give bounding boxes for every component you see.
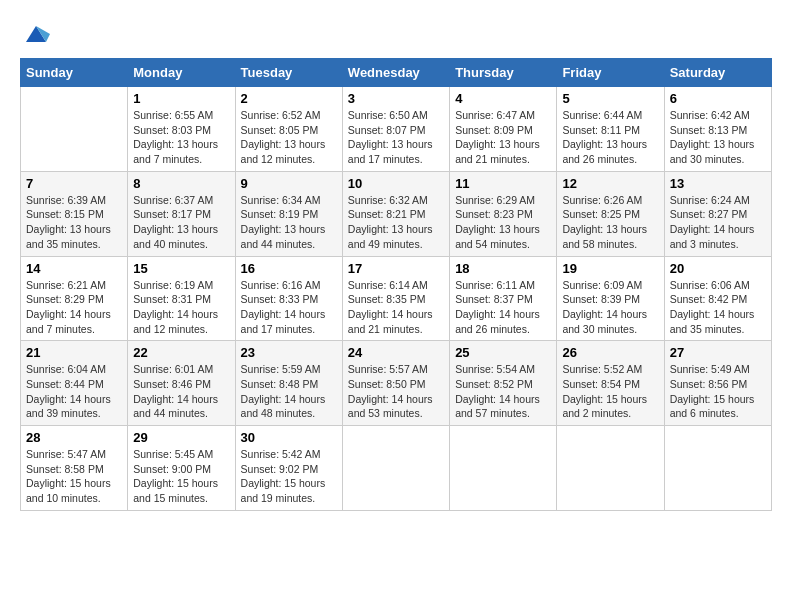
calendar-cell [21, 87, 128, 172]
day-info: Sunrise: 6:52 AM Sunset: 8:05 PM Dayligh… [241, 108, 337, 167]
day-info: Sunrise: 6:21 AM Sunset: 8:29 PM Dayligh… [26, 278, 122, 337]
day-info: Sunrise: 6:55 AM Sunset: 8:03 PM Dayligh… [133, 108, 229, 167]
calendar-cell: 8Sunrise: 6:37 AM Sunset: 8:17 PM Daylig… [128, 171, 235, 256]
day-info: Sunrise: 6:14 AM Sunset: 8:35 PM Dayligh… [348, 278, 444, 337]
calendar-cell: 18Sunrise: 6:11 AM Sunset: 8:37 PM Dayli… [450, 256, 557, 341]
calendar-cell: 26Sunrise: 5:52 AM Sunset: 8:54 PM Dayli… [557, 341, 664, 426]
day-info: Sunrise: 6:39 AM Sunset: 8:15 PM Dayligh… [26, 193, 122, 252]
day-info: Sunrise: 6:44 AM Sunset: 8:11 PM Dayligh… [562, 108, 658, 167]
calendar-cell: 17Sunrise: 6:14 AM Sunset: 8:35 PM Dayli… [342, 256, 449, 341]
day-number: 18 [455, 261, 551, 276]
day-number: 1 [133, 91, 229, 106]
day-number: 11 [455, 176, 551, 191]
weekday-header-sunday: Sunday [21, 59, 128, 87]
calendar-cell: 11Sunrise: 6:29 AM Sunset: 8:23 PM Dayli… [450, 171, 557, 256]
day-number: 23 [241, 345, 337, 360]
day-info: Sunrise: 6:50 AM Sunset: 8:07 PM Dayligh… [348, 108, 444, 167]
calendar-cell: 25Sunrise: 5:54 AM Sunset: 8:52 PM Dayli… [450, 341, 557, 426]
day-info: Sunrise: 6:26 AM Sunset: 8:25 PM Dayligh… [562, 193, 658, 252]
calendar-cell: 6Sunrise: 6:42 AM Sunset: 8:13 PM Daylig… [664, 87, 771, 172]
calendar-cell: 24Sunrise: 5:57 AM Sunset: 8:50 PM Dayli… [342, 341, 449, 426]
day-number: 13 [670, 176, 766, 191]
day-number: 2 [241, 91, 337, 106]
calendar-cell: 20Sunrise: 6:06 AM Sunset: 8:42 PM Dayli… [664, 256, 771, 341]
weekday-header-monday: Monday [128, 59, 235, 87]
calendar-cell: 21Sunrise: 6:04 AM Sunset: 8:44 PM Dayli… [21, 341, 128, 426]
day-info: Sunrise: 5:52 AM Sunset: 8:54 PM Dayligh… [562, 362, 658, 421]
calendar-cell: 27Sunrise: 5:49 AM Sunset: 8:56 PM Dayli… [664, 341, 771, 426]
calendar-cell: 22Sunrise: 6:01 AM Sunset: 8:46 PM Dayli… [128, 341, 235, 426]
day-number: 28 [26, 430, 122, 445]
day-number: 8 [133, 176, 229, 191]
weekday-header-saturday: Saturday [664, 59, 771, 87]
calendar-cell: 30Sunrise: 5:42 AM Sunset: 9:02 PM Dayli… [235, 426, 342, 511]
calendar-cell: 19Sunrise: 6:09 AM Sunset: 8:39 PM Dayli… [557, 256, 664, 341]
day-info: Sunrise: 5:54 AM Sunset: 8:52 PM Dayligh… [455, 362, 551, 421]
day-info: Sunrise: 6:24 AM Sunset: 8:27 PM Dayligh… [670, 193, 766, 252]
day-number: 26 [562, 345, 658, 360]
calendar-cell: 2Sunrise: 6:52 AM Sunset: 8:05 PM Daylig… [235, 87, 342, 172]
day-info: Sunrise: 5:57 AM Sunset: 8:50 PM Dayligh… [348, 362, 444, 421]
day-number: 30 [241, 430, 337, 445]
day-info: Sunrise: 6:29 AM Sunset: 8:23 PM Dayligh… [455, 193, 551, 252]
calendar-cell: 23Sunrise: 5:59 AM Sunset: 8:48 PM Dayli… [235, 341, 342, 426]
day-number: 25 [455, 345, 551, 360]
calendar-cell: 16Sunrise: 6:16 AM Sunset: 8:33 PM Dayli… [235, 256, 342, 341]
day-number: 6 [670, 91, 766, 106]
day-number: 9 [241, 176, 337, 191]
day-number: 29 [133, 430, 229, 445]
calendar-cell: 13Sunrise: 6:24 AM Sunset: 8:27 PM Dayli… [664, 171, 771, 256]
day-info: Sunrise: 6:37 AM Sunset: 8:17 PM Dayligh… [133, 193, 229, 252]
day-number: 7 [26, 176, 122, 191]
calendar-cell: 28Sunrise: 5:47 AM Sunset: 8:58 PM Dayli… [21, 426, 128, 511]
weekday-header-tuesday: Tuesday [235, 59, 342, 87]
day-info: Sunrise: 5:49 AM Sunset: 8:56 PM Dayligh… [670, 362, 766, 421]
day-info: Sunrise: 5:59 AM Sunset: 8:48 PM Dayligh… [241, 362, 337, 421]
day-number: 15 [133, 261, 229, 276]
day-number: 4 [455, 91, 551, 106]
day-number: 14 [26, 261, 122, 276]
calendar-cell: 15Sunrise: 6:19 AM Sunset: 8:31 PM Dayli… [128, 256, 235, 341]
calendar-cell: 4Sunrise: 6:47 AM Sunset: 8:09 PM Daylig… [450, 87, 557, 172]
day-info: Sunrise: 5:42 AM Sunset: 9:02 PM Dayligh… [241, 447, 337, 506]
day-number: 24 [348, 345, 444, 360]
weekday-header-friday: Friday [557, 59, 664, 87]
calendar-cell: 5Sunrise: 6:44 AM Sunset: 8:11 PM Daylig… [557, 87, 664, 172]
calendar-cell: 29Sunrise: 5:45 AM Sunset: 9:00 PM Dayli… [128, 426, 235, 511]
calendar-cell: 14Sunrise: 6:21 AM Sunset: 8:29 PM Dayli… [21, 256, 128, 341]
day-number: 17 [348, 261, 444, 276]
day-info: Sunrise: 6:47 AM Sunset: 8:09 PM Dayligh… [455, 108, 551, 167]
day-info: Sunrise: 6:09 AM Sunset: 8:39 PM Dayligh… [562, 278, 658, 337]
day-number: 20 [670, 261, 766, 276]
day-number: 5 [562, 91, 658, 106]
calendar-cell: 1Sunrise: 6:55 AM Sunset: 8:03 PM Daylig… [128, 87, 235, 172]
weekday-header-wednesday: Wednesday [342, 59, 449, 87]
calendar-cell [342, 426, 449, 511]
day-info: Sunrise: 6:34 AM Sunset: 8:19 PM Dayligh… [241, 193, 337, 252]
day-number: 19 [562, 261, 658, 276]
day-info: Sunrise: 6:42 AM Sunset: 8:13 PM Dayligh… [670, 108, 766, 167]
day-info: Sunrise: 6:01 AM Sunset: 8:46 PM Dayligh… [133, 362, 229, 421]
day-number: 21 [26, 345, 122, 360]
day-number: 27 [670, 345, 766, 360]
calendar-cell [557, 426, 664, 511]
calendar-cell: 7Sunrise: 6:39 AM Sunset: 8:15 PM Daylig… [21, 171, 128, 256]
calendar-cell: 9Sunrise: 6:34 AM Sunset: 8:19 PM Daylig… [235, 171, 342, 256]
weekday-header-thursday: Thursday [450, 59, 557, 87]
day-number: 22 [133, 345, 229, 360]
day-info: Sunrise: 6:32 AM Sunset: 8:21 PM Dayligh… [348, 193, 444, 252]
page-header [20, 20, 772, 48]
calendar-cell [450, 426, 557, 511]
day-info: Sunrise: 5:47 AM Sunset: 8:58 PM Dayligh… [26, 447, 122, 506]
day-info: Sunrise: 6:04 AM Sunset: 8:44 PM Dayligh… [26, 362, 122, 421]
day-number: 12 [562, 176, 658, 191]
calendar-cell: 10Sunrise: 6:32 AM Sunset: 8:21 PM Dayli… [342, 171, 449, 256]
logo [20, 20, 50, 48]
day-info: Sunrise: 6:06 AM Sunset: 8:42 PM Dayligh… [670, 278, 766, 337]
day-number: 16 [241, 261, 337, 276]
day-number: 10 [348, 176, 444, 191]
day-info: Sunrise: 6:16 AM Sunset: 8:33 PM Dayligh… [241, 278, 337, 337]
day-number: 3 [348, 91, 444, 106]
calendar-cell [664, 426, 771, 511]
calendar-cell: 3Sunrise: 6:50 AM Sunset: 8:07 PM Daylig… [342, 87, 449, 172]
